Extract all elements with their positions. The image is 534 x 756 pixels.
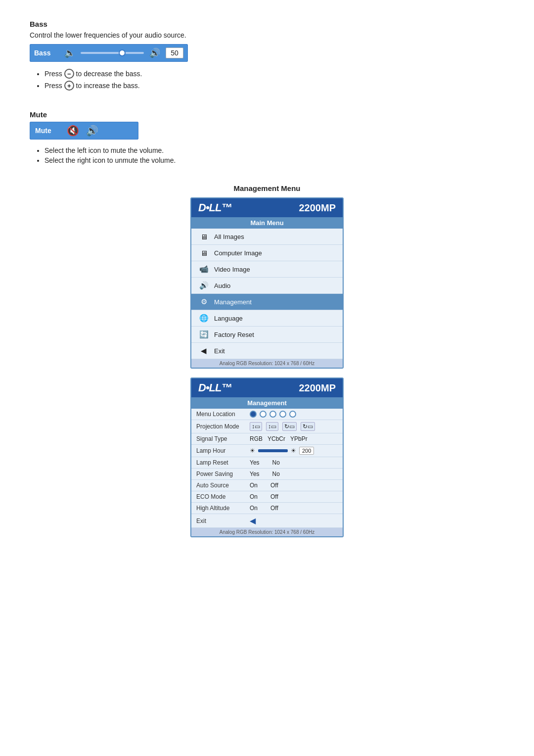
high-altitude-row: High Altitude On Off bbox=[191, 503, 343, 514]
loc-circle-4[interactable] bbox=[279, 411, 286, 418]
exit-arrow-container: ◀ bbox=[250, 516, 256, 525]
lamp-bar bbox=[258, 449, 288, 452]
mute-instructions: Select the left icon to mute the volume.… bbox=[44, 146, 504, 164]
lamp-hour-row: Lamp Hour ☀ ☀ 200 bbox=[191, 445, 343, 457]
auto-source-row: Auto Source On Off bbox=[191, 480, 343, 491]
decrease-icon: − bbox=[64, 69, 74, 79]
panel1-header: D•LL™ 2200MP bbox=[191, 198, 343, 217]
menu-item-all-images[interactable]: 🖥 All Images bbox=[191, 229, 343, 245]
panel2-header: D•LL™ 2200MP bbox=[191, 378, 343, 397]
high-altitude-values: On Off bbox=[250, 505, 278, 512]
menu-item-language[interactable]: 🌐 Language bbox=[191, 310, 343, 327]
management-icon: ⚙ bbox=[198, 296, 209, 307]
signal-ycbcr[interactable]: YCbCr bbox=[267, 435, 285, 442]
high-altitude-on[interactable]: On bbox=[250, 505, 258, 512]
factory-reset-label: Factory Reset bbox=[214, 331, 336, 338]
increase-icon: + bbox=[64, 81, 74, 91]
menu-item-audio[interactable]: 🔊 Audio bbox=[191, 278, 343, 294]
eco-mode-label: ECO Mode bbox=[196, 493, 246, 500]
factory-reset-icon: 🔄 bbox=[198, 329, 209, 340]
model-name-1: 2200MP bbox=[299, 202, 336, 214]
menu-item-factory-reset[interactable]: 🔄 Factory Reset bbox=[191, 327, 343, 343]
bass-value: 50 bbox=[166, 47, 183, 58]
signal-ypbpr[interactable]: YPbPr bbox=[290, 435, 308, 442]
high-altitude-off[interactable]: Off bbox=[270, 505, 278, 512]
loc-circle-2[interactable] bbox=[260, 411, 267, 418]
auto-source-label: Auto Source bbox=[196, 482, 246, 489]
audio-label: Audio bbox=[214, 282, 336, 289]
management-label: Management bbox=[214, 298, 336, 306]
exit-label-2: Exit bbox=[196, 518, 246, 524]
signal-type-row: Signal Type RGB YCbCr YPbPr bbox=[191, 433, 343, 445]
bass-decrease-item: Press − to decrease the bass. bbox=[44, 69, 504, 79]
panel2-footer: Analog RGB Resolution: 1024 x 768 / 60Hz bbox=[191, 528, 343, 536]
mute-on-icon[interactable]: 🔊 bbox=[86, 125, 98, 137]
management-section: Management Menu D•LL™ 2200MP Main Menu 🖥… bbox=[30, 184, 504, 546]
exit-icon-1: ◀ bbox=[198, 345, 209, 356]
menu-location-label: Menu Location bbox=[196, 411, 246, 418]
lamp-plus-icon: ☀ bbox=[291, 447, 296, 454]
mute-section: Mute Mute 🔇 🔊 Select the left icon to mu… bbox=[30, 110, 504, 164]
menu-location-row: Menu Location bbox=[191, 409, 343, 420]
computer-image-icon: 🖥 bbox=[198, 247, 209, 258]
panel1-footer: Analog RGB Resolution: 1024 x 768 / 60Hz bbox=[191, 359, 343, 368]
proj-icon-3[interactable]: ↻▭ bbox=[282, 422, 297, 431]
auto-source-values: On Off bbox=[250, 482, 278, 489]
auto-source-on[interactable]: On bbox=[250, 482, 258, 489]
all-images-label: All Images bbox=[214, 233, 336, 240]
mute-bar: Mute 🔇 🔊 bbox=[30, 122, 138, 140]
dell-logo-2: D•LL™ bbox=[198, 381, 231, 394]
bass-thumb[interactable] bbox=[119, 49, 126, 56]
auto-source-off[interactable]: Off bbox=[270, 482, 278, 489]
proj-icon-1[interactable]: ↕▭ bbox=[250, 422, 262, 431]
menu-item-exit[interactable]: ◀ Exit bbox=[191, 343, 343, 359]
model-name-2: 2200MP bbox=[299, 382, 336, 394]
eco-mode-on[interactable]: On bbox=[250, 493, 258, 500]
bass-increase-item: Press + to increase the bass. bbox=[44, 81, 504, 91]
video-image-label: Video Image bbox=[214, 266, 336, 273]
menu-item-video-image[interactable]: 📹 Video Image bbox=[191, 261, 343, 278]
projection-mode-row: Projection Mode ↕▭ ↕▭ ↻▭ ↻▭ bbox=[191, 420, 343, 433]
eco-mode-values: On Off bbox=[250, 493, 278, 500]
bass-heading: Bass bbox=[30, 20, 504, 28]
exit-label-1: Exit bbox=[214, 347, 336, 355]
power-saving-values: Yes No bbox=[250, 471, 280, 477]
menu-item-management[interactable]: ⚙ Management bbox=[191, 294, 343, 310]
bass-slider-bar: Bass 🔈 🔊 50 bbox=[30, 44, 188, 62]
mute-label: Mute bbox=[35, 127, 60, 135]
loc-circle-3[interactable] bbox=[269, 411, 276, 418]
lamp-reset-no[interactable]: No bbox=[272, 459, 280, 466]
exit-row[interactable]: Exit ◀ bbox=[191, 514, 343, 528]
loc-circle-5[interactable] bbox=[289, 411, 296, 418]
video-image-icon: 📹 bbox=[198, 264, 209, 275]
lamp-hour-label: Lamp Hour bbox=[196, 447, 246, 454]
eco-mode-off[interactable]: Off bbox=[270, 493, 278, 500]
computer-image-label: Computer Image bbox=[214, 249, 336, 257]
bass-instructions: Press − to decrease the bass. Press + to… bbox=[44, 69, 504, 91]
main-menu-title: Main Menu bbox=[191, 217, 343, 229]
all-images-icon: 🖥 bbox=[198, 231, 209, 242]
mute-off-icon[interactable]: 🔇 bbox=[67, 125, 79, 137]
mute-right-item: Select the right icon to unmute the volu… bbox=[44, 156, 504, 164]
language-icon: 🌐 bbox=[198, 313, 209, 324]
lamp-value: 200 bbox=[299, 447, 314, 455]
mute-heading: Mute bbox=[30, 110, 504, 119]
loc-circle-1[interactable] bbox=[250, 411, 257, 418]
mute-left-item: Select the left icon to mute the volume. bbox=[44, 146, 504, 154]
proj-icon-2[interactable]: ↕▭ bbox=[266, 422, 278, 431]
power-saving-yes[interactable]: Yes bbox=[250, 471, 260, 477]
eco-mode-row: ECO Mode On Off bbox=[191, 491, 343, 503]
management-title: Management Menu bbox=[233, 184, 300, 192]
projection-mode-label: Projection Mode bbox=[196, 423, 246, 430]
lamp-reset-yes[interactable]: Yes bbox=[250, 459, 260, 466]
projection-mode-values: ↕▭ ↕▭ ↻▭ ↻▭ bbox=[250, 422, 316, 431]
exit-arrow-icon[interactable]: ◀ bbox=[250, 516, 256, 525]
bass-low-icon: 🔈 bbox=[63, 46, 77, 60]
signal-rgb[interactable]: RGB bbox=[250, 435, 263, 442]
menu-item-computer-image[interactable]: 🖥 Computer Image bbox=[191, 245, 343, 261]
proj-icon-4[interactable]: ↻▭ bbox=[301, 422, 315, 431]
lamp-minus-icon: ☀ bbox=[250, 447, 255, 454]
bass-track[interactable] bbox=[81, 52, 144, 54]
power-saving-no[interactable]: No bbox=[272, 471, 280, 477]
management-submenu-title: Management bbox=[191, 397, 343, 409]
